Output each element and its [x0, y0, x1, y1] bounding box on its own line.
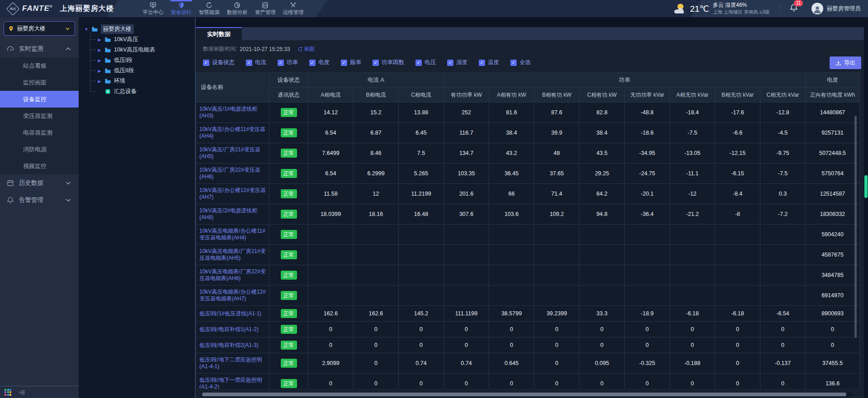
horizontal-scrollbar-thumb[interactable] [202, 393, 846, 396]
tree-node-10kv-hv[interactable]: ▶10kV高压 [90, 34, 192, 45]
checkbox-checked-icon[interactable]: ✓ [203, 60, 209, 66]
table-row: 10kV高压/办公楼12#变压器(AH7)正常11.581211.2199201… [196, 184, 860, 204]
sidebar-menu-alarm-management[interactable]: 告警管理 [0, 192, 79, 209]
refresh-button[interactable]: 刷新 [297, 45, 315, 53]
value-cell [399, 286, 444, 306]
filter-humidity[interactable]: ✓湿度 [447, 59, 467, 66]
caret-collapsed-icon[interactable]: ▶ [97, 69, 102, 73]
tree-node-10kv-hv-meters[interactable]: ▶10kV高压电能表 [90, 45, 192, 55]
status-cell: 正常 [269, 353, 308, 374]
device-link[interactable]: 10kV高压电能表/办公楼11#变压器电能表(AH4) [199, 228, 265, 241]
device-link[interactable]: 低压I段/1#低压进线(A1-1) [199, 310, 261, 317]
device-link[interactable]: 低压I段/地下二层应急照明(A1-4-1) [199, 356, 262, 370]
apps-grid-icon[interactable] [5, 389, 11, 396]
value-cell [399, 225, 444, 245]
tree-node-summary-devices[interactable]: 汇总设备 [90, 86, 192, 97]
value-cell [715, 245, 760, 265]
sidebar-item-capacitor-monitor[interactable]: 电容器监测 [0, 124, 79, 141]
tree-node-building-root[interactable]: ▼丽婴房大楼 [84, 24, 192, 34]
filter-frequency[interactable]: ✓频率 [341, 59, 361, 66]
avatar[interactable] [811, 3, 823, 14]
nav-item-analysis[interactable]: 数据分析 [223, 0, 251, 17]
filter-energy[interactable]: ✓电度 [309, 59, 330, 66]
nav-item-energy[interactable]: 智慧能源 [195, 0, 223, 17]
checkbox-checked-icon[interactable]: ✓ [479, 60, 485, 66]
checkbox-checked-icon[interactable]: ✓ [415, 60, 422, 66]
value-cell: 0.74 [444, 353, 489, 374]
column-header: B相有功 kW [534, 88, 580, 103]
tree-node-environment[interactable]: ▶环境 [90, 76, 192, 86]
caret-collapsed-icon[interactable]: ▶ [97, 79, 102, 84]
value-cell: -21.2 [670, 204, 715, 225]
sidebar-item-station-board[interactable]: 站点看板 [0, 57, 79, 74]
value-cell: 134.7 [444, 143, 489, 164]
site-selector[interactable]: 丽婴房大楼 [4, 21, 75, 36]
device-link[interactable]: 低压I段/电容补偿2(A1-3) [199, 342, 259, 348]
sidebar-item-monitor-screen[interactable]: 监控画面 [0, 74, 79, 91]
sidebar-item-fire-power[interactable]: 消防电源 [0, 141, 79, 158]
caret-collapsed-icon[interactable]: ▶ [97, 37, 102, 42]
tree-node-lv-section-2[interactable]: ▶低压II段 [90, 66, 192, 76]
nav-item-platform[interactable]: 平台中心 [139, 0, 167, 17]
nav-item-ops[interactable]: 运维管理 [279, 0, 307, 17]
sidebar: 丽婴房大楼 实时监测站点看板监控画面设备监控变压器监测电容器监测消防电源视频监控… [0, 17, 79, 398]
sidebar-item-video-monitor[interactable]: 视频监控 [0, 158, 79, 174]
value-cell: 0 [308, 337, 354, 353]
checkbox-checked-icon[interactable]: ✓ [246, 60, 252, 66]
checkbox-checked-icon[interactable]: ✓ [341, 60, 347, 66]
nav-item-safety[interactable]: 安全运行 [167, 0, 195, 17]
device-link[interactable]: 10kV高压/办公楼11#变压器(AH4) [199, 126, 265, 139]
filter-current[interactable]: ✓电流 [246, 59, 266, 66]
alarm-icon [7, 197, 14, 204]
device-link[interactable]: 低压I段/地下一层应急照明(A1-4-2) [199, 377, 262, 389]
sidebar-menu-history-data[interactable]: 历史数据 [0, 174, 79, 192]
notifications-button[interactable]: 11 [790, 4, 798, 14]
filter-power[interactable]: ✓功率 [278, 59, 298, 66]
filter-select-all[interactable]: ✓全选 [510, 59, 531, 66]
filter-power-factor[interactable]: ✓功率因数 [373, 59, 404, 66]
vertical-scrollbar-thumb[interactable] [864, 175, 868, 198]
caret-collapsed-icon[interactable]: ▶ [97, 48, 102, 52]
nav-item-asset[interactable]: 资产管理 [251, 0, 279, 17]
checkbox-checked-icon[interactable]: ✓ [309, 60, 316, 66]
status-badge: 正常 [281, 271, 297, 280]
horizontal-scrollbar[interactable] [202, 393, 853, 396]
device-link[interactable]: 低压I段/电容补偿1(A1-2) [199, 326, 259, 332]
value-cell: -9.75 [760, 143, 806, 164]
table-row: 10kV高压/厂房21#变压器(AH5)正常7.64998.467.5134.7… [196, 143, 860, 164]
device-link[interactable]: 10kV高压电能表/厂房21#变压器电能表(AH5) [199, 248, 266, 261]
collapse-menu-icon[interactable] [19, 389, 25, 396]
tree-node-lv-section-1[interactable]: ▶低压I段 [90, 55, 192, 66]
device-link[interactable]: 10kV高压/厂房22#变压器(AH6) [199, 167, 260, 180]
device-link[interactable]: 10kV高压/1#电源进线柜(AH3) [199, 106, 257, 119]
sidebar-item-device-monitor[interactable]: 设备监控 [0, 91, 79, 108]
checkbox-checked-icon[interactable]: ✓ [278, 60, 284, 66]
filter-temperature[interactable]: ✓温度 [479, 59, 499, 66]
table-row: 10kV高压电能表/厂房22#变压器电能表(AH6)正常3484785 [196, 265, 860, 286]
device-link[interactable]: 10kV高压电能表/厂房22#变压器电能表(AH6) [199, 268, 266, 281]
value-cell: 0 [760, 337, 806, 353]
device-link[interactable]: 10kV高压/办公楼12#变压器(AH7) [199, 187, 266, 200]
caret-expanded-icon[interactable]: ▼ [84, 27, 89, 32]
status-badge: 正常 [281, 309, 297, 318]
sidebar-menu-realtime-monitor[interactable]: 实时监测 [0, 40, 79, 57]
device-link[interactable]: 10kV高压电能表/办公楼12#变压器电能表(AH7) [199, 289, 266, 302]
export-button[interactable]: 导出 [830, 56, 861, 69]
value-cell: 0 [715, 374, 760, 389]
device-link[interactable]: 10kV高压/2#电源进线柜(AH8) [199, 207, 257, 220]
table-scrollbar-thumb[interactable] [854, 116, 857, 338]
checkbox-checked-icon[interactable]: ✓ [447, 60, 453, 66]
filter-device-status[interactable]: ✓设备状态 [203, 59, 235, 66]
checkbox-checked-icon[interactable]: ✓ [373, 60, 379, 66]
filter-voltage[interactable]: ✓电压 [415, 59, 436, 66]
refresh-icon [297, 47, 303, 52]
sidebar-item-transformer-monitor[interactable]: 变压器监测 [0, 108, 79, 124]
device-link[interactable]: 10kV高压/厂房21#变压器(AH5) [199, 146, 260, 159]
value-cell: 0 [580, 322, 625, 337]
tab-realtime-data[interactable]: 实时数据 [196, 27, 242, 40]
username[interactable]: 丽婴房管理员 [827, 5, 861, 13]
checkbox-checked-icon[interactable]: ✓ [510, 60, 517, 66]
table-row: 低压I段/地下一层应急照明(A1-4-2)正常00000000000136.6 [196, 374, 860, 389]
caret-collapsed-icon[interactable]: ▶ [97, 58, 102, 63]
column-header: 有功功率 kW [444, 88, 489, 103]
